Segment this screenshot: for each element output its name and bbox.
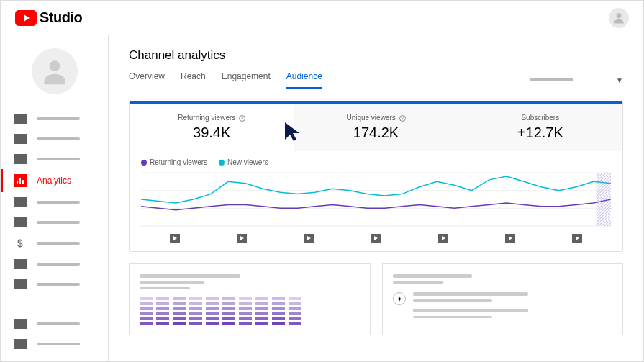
audience-metrics-card: Returning viewers ? 39.4K Unique viewers… [129,101,623,252]
metric-subscribers[interactable]: Subscribers +12.7K [458,104,622,151]
heatmap-cell [140,297,153,300]
audience-breakdown-card[interactable]: ✦ [382,263,624,335]
chevron-down-icon: ▼ [616,76,623,84]
secondary-cards-row: ✦ [129,263,623,335]
heatmap-cell [206,312,219,315]
legend-dot-icon [219,160,225,166]
heatmap-cell [189,317,202,320]
svg-rect-13 [22,180,24,184]
product-name: Studio [40,9,82,26]
nav-dashboard[interactable] [1,109,108,129]
heatmap-cell [222,322,235,325]
heatmap-cell [156,312,169,315]
svg-rect-8 [14,155,27,156]
settings-icon [14,319,27,329]
nav-comments[interactable] [1,192,108,212]
video-marker-icon[interactable] [304,234,314,243]
video-marker-icon[interactable] [371,234,381,243]
placeholder-line [413,292,528,296]
metric-unique-viewers[interactable]: Unique viewers ? 174.2K [294,104,458,151]
bullet-icon: ✦ [393,292,406,305]
heatmap-cell [189,307,202,310]
svg-point-2 [49,60,60,71]
heatmap-cell [173,317,186,320]
heatmap-cell [156,307,169,310]
nav-subtitles[interactable] [1,212,108,232]
nav-audio[interactable] [1,274,108,294]
video-marker-icon[interactable] [237,234,247,243]
metric-returning-viewers[interactable]: Returning viewers ? 39.4K [130,104,294,151]
nav-label-placeholder [37,263,80,266]
customization-icon [14,259,27,269]
heatmap-cell [289,307,301,310]
placeholder-line [140,281,204,284]
heatmap-cell [289,317,301,320]
logo[interactable]: Studio [15,9,82,26]
account-avatar[interactable] [609,8,629,28]
heatmap-cell [156,322,169,325]
heatmap-cell [272,302,285,305]
heatmap-column [189,297,202,325]
nav-monetization[interactable]: $ [1,232,108,254]
heatmap-cell [272,312,285,315]
heatmap-cell [255,297,268,300]
metric-value: 174.2K [301,125,450,141]
placeholder-line [413,316,492,318]
analytics-icon [14,174,27,187]
heatmap-cell [189,302,202,305]
nav-label-placeholder [37,221,80,224]
placeholder-line [140,274,240,278]
heatmap-cell [173,322,186,325]
legend-item: New viewers [219,158,268,166]
heatmap-column [156,297,169,325]
metric-label: Subscribers [466,114,615,122]
nav-label-placeholder [37,283,80,286]
metric-value: 39.4K [137,125,286,141]
channel-avatar[interactable] [32,48,78,94]
x-axis-markers [141,234,611,243]
chart-area: Returning viewers New viewers [130,151,622,251]
sidebar: Analytics $ [1,35,109,361]
video-marker-icon[interactable] [438,234,448,243]
video-marker-icon[interactable] [170,234,180,243]
heatmap-cell [255,307,268,310]
nav-label-placeholder [37,242,80,245]
svg-rect-15 [14,219,27,226]
nav-analytics[interactable]: Analytics [1,169,108,192]
heatmap-cell [289,297,301,300]
heatmap-cell [140,312,153,315]
video-marker-icon[interactable] [572,234,582,243]
tab-engagement[interactable]: Engagement [222,71,271,89]
placeholder-line [393,281,443,284]
watch-time-card[interactable] [129,263,371,335]
tab-overview[interactable]: Overview [129,71,165,89]
nav-settings[interactable] [1,314,108,334]
svg-rect-11 [17,181,18,184]
nav-label-placeholder [37,137,80,140]
heatmap-cell [173,312,186,315]
nav-label: Analytics [37,176,71,186]
heatmap-cell [189,322,202,325]
content-icon [14,134,27,144]
app-header: Studio [1,1,643,35]
line-chart[interactable] [141,171,611,228]
heatmap-cell [156,297,169,300]
heatmap-cell [239,307,252,310]
nav-playlists[interactable] [1,149,108,169]
nav-content[interactable] [1,129,108,149]
info-icon[interactable]: ? [239,115,245,122]
svg-rect-10 [14,162,22,163]
video-marker-icon[interactable] [505,234,515,243]
nav-label-placeholder [37,201,80,204]
heatmap-cell [222,307,235,310]
tab-audience[interactable]: Audience [286,71,322,89]
nav-footer [1,314,108,361]
svg-rect-16 [16,223,19,225]
heatmap-cell [255,322,268,325]
date-range-select[interactable]: ▼ [530,76,623,84]
heatmap-cell [189,297,202,300]
nav-customization[interactable] [1,254,108,274]
info-icon[interactable]: ? [399,115,406,122]
nav-feedback[interactable] [1,334,108,354]
tab-reach[interactable]: Reach [181,71,206,89]
